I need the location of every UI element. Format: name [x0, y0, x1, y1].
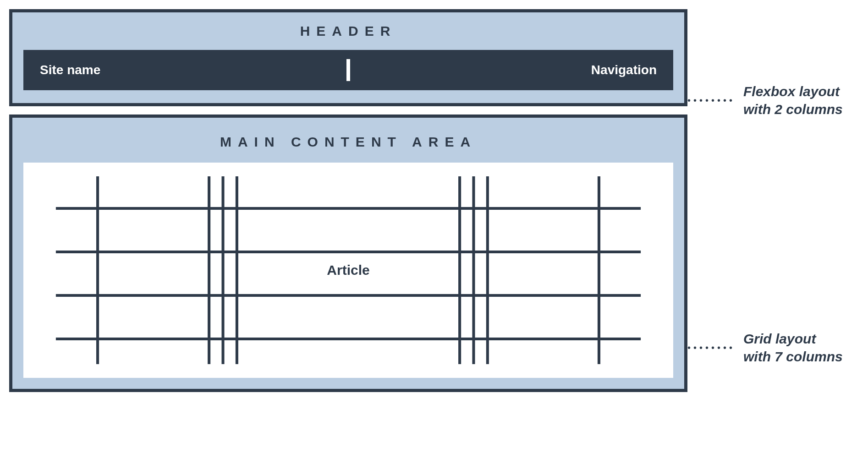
annotation-flexbox-text: Flexbox layout with 2 columns: [743, 82, 843, 118]
header-region-label: HEADER: [23, 23, 673, 39]
header-region: HEADER Site name Navigation: [9, 9, 687, 106]
leader-dots-icon: ••••••••: [687, 95, 735, 106]
leader-dots-icon: ••••••••: [687, 343, 735, 353]
annotation-grid-text: Grid layout with 7 columns: [743, 330, 843, 365]
navbar-divider-icon: [346, 59, 350, 81]
navigation-label: Navigation: [591, 63, 657, 77]
main-region-label: MAIN CONTENT AREA: [23, 134, 673, 150]
layout-diagram: HEADER Site name Navigation MAIN CONTENT…: [9, 9, 687, 449]
navbar: Site name Navigation: [23, 50, 673, 90]
article-grid-area: Article: [23, 163, 673, 378]
annotation-flexbox: •••••••• Flexbox layout with 2 columns: [687, 82, 843, 118]
main-content-region: MAIN CONTENT AREA Article: [9, 114, 687, 392]
article-label: Article: [327, 262, 369, 278]
site-name-label: Site name: [40, 63, 100, 77]
annotation-grid: •••••••• Grid layout with 7 columns: [687, 330, 843, 365]
